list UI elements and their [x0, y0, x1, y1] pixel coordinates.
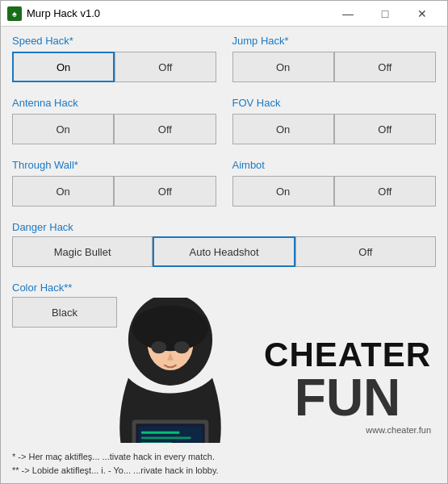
window-title: Murp Hack v1.0: [27, 7, 329, 19]
fun-text: FUN: [264, 372, 431, 424]
through-wall-buttons: On Off: [12, 176, 216, 207]
title-bar: ♠ Murp Hack v1.0 — □ ✕: [1, 1, 447, 27]
antenna-hack-label: Antenna Hack: [12, 97, 216, 109]
danger-off-button[interactable]: Off: [295, 236, 436, 267]
fov-hack-group: FOV Hack On Off: [232, 97, 437, 144]
svg-rect-11: [141, 442, 172, 443]
magic-bullet-button[interactable]: Magic Bullet: [12, 236, 153, 267]
antenna-hack-off-button[interactable]: Off: [114, 114, 216, 144]
fov-hack-off-button[interactable]: Off: [334, 114, 436, 144]
maximize-button[interactable]: □: [366, 1, 404, 27]
jump-hack-off-button[interactable]: Off: [334, 52, 436, 82]
speed-hack-buttons: On Off: [12, 52, 216, 82]
svg-point-2: [132, 305, 209, 351]
speed-hack-group: Speed Hack* On Off: [12, 35, 216, 82]
jump-hack-buttons: On Off: [232, 52, 437, 82]
svg-point-3: [151, 341, 166, 353]
cheater-fun-branding: CHEATER FUN www.cheater.fun: [264, 338, 431, 435]
svg-rect-10: [141, 436, 191, 439]
minimize-button[interactable]: —: [329, 1, 366, 27]
through-wall-label: Through Wall*: [12, 159, 216, 171]
danger-hack-buttons: Magic Bullet Auto Headshot Off: [12, 236, 436, 267]
speed-hack-off-button[interactable]: Off: [115, 52, 216, 82]
row-antenna-fov: Antenna Hack On Off FOV Hack On Off: [12, 97, 436, 144]
content-area: Speed Hack* On Off Jump Hack* On Off Ant…: [1, 27, 447, 483]
hooded-figure: [106, 298, 235, 443]
svg-point-4: [174, 341, 190, 353]
close-button[interactable]: ✕: [404, 1, 441, 27]
footer-notes: * -> Her maç aktifleş... ...tivate hack …: [12, 450, 436, 477]
jump-hack-group: Jump Hack* On Off: [232, 35, 437, 82]
through-wall-off-button[interactable]: Off: [114, 176, 216, 207]
antenna-hack-buttons: On Off: [12, 114, 216, 144]
app-icon: ♠: [7, 6, 22, 21]
jump-hack-on-button[interactable]: On: [232, 52, 334, 82]
color-black-button[interactable]: Black: [12, 297, 117, 328]
speed-hack-label: Speed Hack*: [12, 35, 216, 47]
figure-svg: [106, 298, 235, 443]
danger-hack-section: Danger Hack Magic Bullet Auto Headshot O…: [12, 221, 436, 267]
aimbot-on-button[interactable]: On: [232, 176, 334, 207]
fov-hack-buttons: On Off: [232, 114, 437, 144]
fov-hack-on-button[interactable]: On: [232, 114, 334, 144]
jump-hack-label: Jump Hack*: [232, 35, 437, 47]
cheater-text: CHEATER: [264, 338, 431, 372]
auto-headshot-button[interactable]: Auto Headshot: [153, 236, 295, 267]
antenna-hack-on-button[interactable]: On: [12, 114, 114, 144]
row-throughwall-aimbot: Through Wall* On Off Aimbot On Off: [12, 159, 436, 207]
danger-hack-label: Danger Hack: [12, 221, 73, 233]
aimbot-label: Aimbot: [232, 159, 437, 171]
fov-hack-label: FOV Hack: [232, 97, 437, 109]
main-window: ♠ Murp Hack v1.0 — □ ✕ Speed Hack* On Of…: [0, 0, 448, 484]
aimbot-off-button[interactable]: Off: [334, 176, 436, 207]
color-hack-label: Color Hack**: [12, 282, 72, 294]
footer-note-1: * -> Her maç aktifleş... ...tivate hack …: [12, 450, 436, 464]
through-wall-group: Through Wall* On Off: [12, 159, 216, 207]
svg-rect-8: [138, 426, 203, 443]
antenna-hack-group: Antenna Hack On Off: [12, 97, 216, 144]
row-speed-jump: Speed Hack* On Off Jump Hack* On Off: [12, 35, 436, 82]
speed-hack-on-button[interactable]: On: [12, 52, 115, 82]
aimbot-group: Aimbot On Off: [232, 159, 437, 207]
svg-rect-9: [141, 432, 179, 434]
window-controls: — □ ✕: [329, 1, 441, 27]
through-wall-on-button[interactable]: On: [12, 176, 114, 207]
footer-note-2: ** -> Lobide aktifleşt... i. - Yo... ...…: [12, 464, 436, 478]
aimbot-buttons: On Off: [232, 176, 437, 207]
